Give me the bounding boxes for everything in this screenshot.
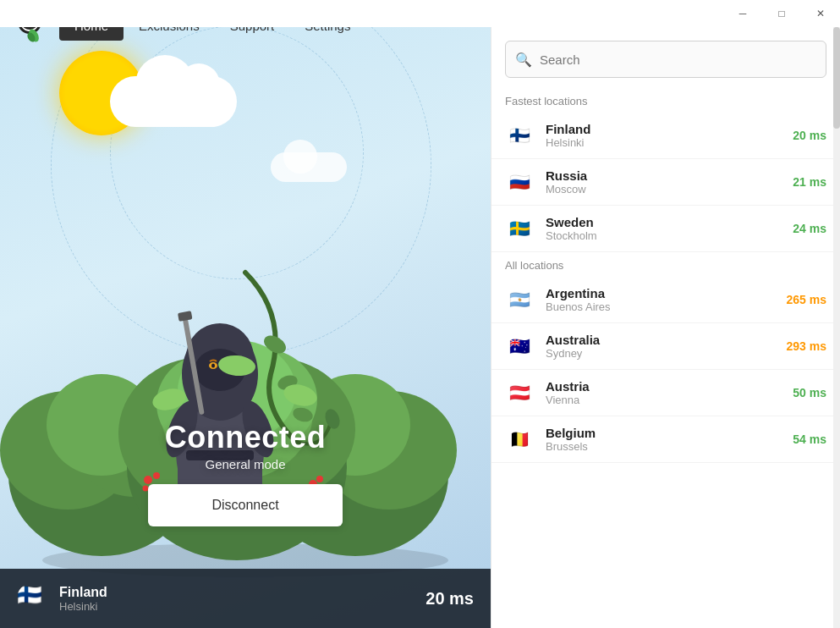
flag-icon: 🇧🇪 xyxy=(505,425,534,454)
maximize-button[interactable]: □ xyxy=(762,0,801,27)
location-city: Stockholm xyxy=(546,229,793,242)
flag-icon: 🇷🇺 xyxy=(505,168,534,196)
list-item[interactable]: 🇦🇷 Argentina Buenos Aires 265 ms xyxy=(491,277,840,323)
bottom-country-label: Finland xyxy=(59,585,425,600)
status-mode-label: General mode xyxy=(165,457,327,471)
right-panel: 🔍 Fastest locations 🇫🇮 Finland Helsinki … xyxy=(491,27,840,628)
disconnect-button[interactable]: Disconnect xyxy=(148,484,343,526)
search-input[interactable] xyxy=(505,41,826,78)
status-container: Connected General mode xyxy=(165,420,327,471)
close-button[interactable]: ✕ xyxy=(801,0,840,27)
location-info: Argentina Buenos Aires xyxy=(546,286,787,313)
location-ms: 50 ms xyxy=(793,386,826,399)
list-item[interactable]: 🇧🇪 Belgium Brussels 54 ms xyxy=(491,416,840,463)
location-ms: 20 ms xyxy=(793,129,826,142)
fastest-locations-label: Fastest locations xyxy=(491,88,840,113)
location-ms: 265 ms xyxy=(787,293,826,306)
svg-point-44 xyxy=(153,472,160,479)
list-item[interactable]: 🇦🇺 Australia Sydney 293 ms xyxy=(491,323,840,370)
flag-icon: 🇦🇹 xyxy=(505,378,534,407)
location-city: Moscow xyxy=(546,183,793,196)
flag-icon: 🇦🇺 xyxy=(505,332,534,361)
location-ms: 24 ms xyxy=(793,222,826,235)
list-item[interactable]: 🇦🇹 Austria Vienna 50 ms xyxy=(491,370,840,416)
location-country: Belgium xyxy=(546,426,793,440)
bottom-ms-label: 20 ms xyxy=(425,589,474,609)
location-info: Austria Vienna xyxy=(546,379,793,406)
bottom-city-label: Helsinki xyxy=(59,600,425,613)
flag-icon: 🇦🇷 xyxy=(505,285,534,314)
list-item[interactable]: 🇷🇺 Russia Moscow 21 ms xyxy=(491,159,840,206)
bottom-bar: 🇫🇮 Finland Helsinki 20 ms xyxy=(0,569,491,628)
cloud-main-illustration xyxy=(110,76,237,127)
location-ms: 21 ms xyxy=(793,175,826,189)
all-locations-list: 🇦🇷 Argentina Buenos Aires 265 ms 🇦🇺 Aust… xyxy=(491,277,840,463)
fastest-locations-list: 🇫🇮 Finland Helsinki 20 ms 🇷🇺 Russia Mosc… xyxy=(491,113,840,252)
list-item[interactable]: 🇫🇮 Finland Helsinki 20 ms xyxy=(491,113,840,159)
svg-point-43 xyxy=(144,476,152,484)
location-info: Australia Sydney xyxy=(546,333,787,360)
location-info: Belgium Brussels xyxy=(546,426,793,453)
bottom-flag: 🇫🇮 xyxy=(17,583,47,614)
search-icon: 🔍 xyxy=(515,52,532,68)
location-country: Russia xyxy=(546,168,793,183)
flag-icon: 🇸🇪 xyxy=(505,214,534,243)
location-city: Brussels xyxy=(546,440,793,453)
svg-rect-39 xyxy=(178,311,192,322)
location-country: Austria xyxy=(546,379,793,394)
svg-point-36 xyxy=(211,364,215,368)
title-bar: ─ □ ✕ xyxy=(0,0,840,27)
location-country: Finland xyxy=(546,122,793,136)
scrollbar-thumb[interactable] xyxy=(833,27,840,129)
svg-point-47 xyxy=(316,476,323,482)
left-panel: Home Exclusions Support Settings xyxy=(0,0,491,628)
search-bar: 🔍 xyxy=(505,41,826,78)
status-connected-label: Connected xyxy=(165,420,327,455)
location-city: Sydney xyxy=(546,347,787,360)
location-city: Helsinki xyxy=(546,136,793,149)
minimize-button[interactable]: ─ xyxy=(723,0,762,27)
location-info: Sweden Stockholm xyxy=(546,215,793,242)
location-info: Russia Moscow xyxy=(546,168,793,196)
location-info: Finland Helsinki xyxy=(546,122,793,149)
location-ms: 293 ms xyxy=(787,339,826,353)
flag-icon: 🇫🇮 xyxy=(505,121,534,150)
location-country: Australia xyxy=(546,333,787,347)
location-country: Sweden xyxy=(546,215,793,229)
location-city: Vienna xyxy=(546,394,793,406)
list-item[interactable]: 🇸🇪 Sweden Stockholm 24 ms xyxy=(491,206,840,252)
cloud-small-illustration xyxy=(271,152,347,182)
location-city: Buenos Aires xyxy=(546,300,787,313)
location-ms: 54 ms xyxy=(793,432,826,446)
all-locations-label: All locations xyxy=(491,252,840,277)
bottom-location: Finland Helsinki xyxy=(59,585,425,613)
location-country: Argentina xyxy=(546,286,787,300)
